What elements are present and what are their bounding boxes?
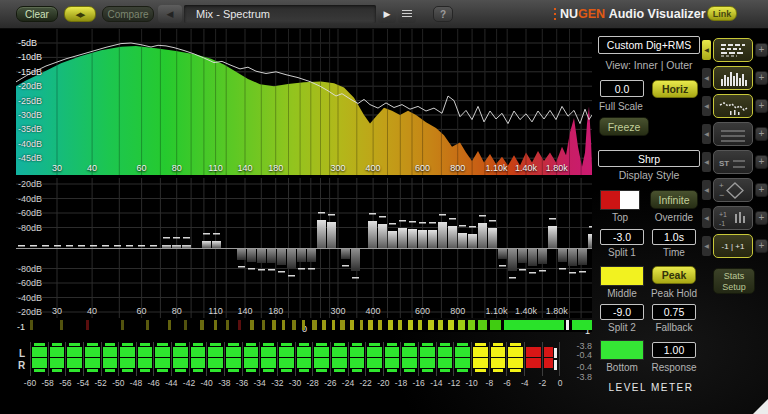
add-view-button[interactable]: + xyxy=(755,43,768,57)
add-view-button[interactable]: + xyxy=(755,183,768,197)
multi-wave-view-button[interactable] xyxy=(713,122,753,146)
strip-collapse-tab[interactable]: ◀ xyxy=(702,124,711,144)
strip-collapse-tab[interactable]: ◀ xyxy=(702,96,711,116)
view-mode-label[interactable]: View: Inner | Outer xyxy=(596,60,702,71)
meter-rms-segment xyxy=(34,343,45,346)
strip-collapse-tab[interactable]: ◀ xyxy=(702,180,711,200)
meter-right-channel-label: R xyxy=(18,361,25,371)
correlation-tick xyxy=(282,320,285,330)
spectrum-bars-view-button[interactable] xyxy=(713,66,753,90)
meter-rms-segment xyxy=(387,343,398,346)
add-view-button[interactable]: + xyxy=(755,99,768,113)
help-button[interactable]: ? xyxy=(433,6,453,22)
meter-view-button[interactable] xyxy=(713,38,753,62)
meter-rms-segment xyxy=(175,369,186,372)
meter-peak-segment xyxy=(279,358,294,368)
spectrum-db-tick-label: -5dB xyxy=(18,38,37,48)
meter-view-icon xyxy=(717,40,749,60)
stereo-wave-view-button[interactable]: ST xyxy=(713,150,753,174)
meter-scale-label: -4 xyxy=(521,379,529,388)
play-button[interactable]: ▶ xyxy=(378,5,396,23)
correlation-tick xyxy=(378,320,382,330)
meter-segment-column xyxy=(366,342,384,376)
meter-peak-segment xyxy=(402,358,417,368)
clear-button[interactable]: Clear xyxy=(16,6,58,22)
add-view-button[interactable]: + xyxy=(755,155,768,169)
strip-collapse-tab[interactable]: ◀ xyxy=(702,236,711,256)
link-button[interactable]: Link xyxy=(707,6,737,21)
display-style-selector[interactable]: Shrp xyxy=(598,150,700,167)
correlation-tick xyxy=(478,320,487,330)
meter-scale-label: -16 xyxy=(413,379,425,388)
correlation-strip: -1 0 1 xyxy=(16,320,592,332)
meter-scale-label: -32 xyxy=(271,379,283,388)
preset-prev-button[interactable]: ◀ xyxy=(158,5,182,23)
spectrum-line-view-button[interactable] xyxy=(713,94,753,118)
peak-hold-label: Peak Hold xyxy=(646,288,702,299)
meter-peak-segment xyxy=(473,347,488,357)
add-view-button[interactable]: + xyxy=(755,71,768,85)
time-input[interactable]: 1.0s xyxy=(652,229,696,245)
correlation-tick xyxy=(200,320,204,330)
add-view-button[interactable]: + xyxy=(755,127,768,141)
override-button[interactable]: Infinite xyxy=(650,190,698,209)
split2-input[interactable]: -9.0 xyxy=(600,304,644,320)
meter-rms-segment xyxy=(263,343,274,346)
horiz-button[interactable]: Horiz xyxy=(652,80,698,98)
meter-rms-segment xyxy=(157,369,168,372)
meter-mode-selector[interactable]: Custom Dig+RMS xyxy=(598,36,700,54)
top-color-swatch[interactable] xyxy=(600,190,640,210)
bottom-color-swatch[interactable] xyxy=(600,340,644,360)
stats-setup-button[interactable]: StatsSetup xyxy=(713,268,755,294)
meter-rms-segment xyxy=(422,343,433,346)
meter-scale-label: -24 xyxy=(342,379,354,388)
swap-ab-button[interactable]: ◀▶ xyxy=(64,6,96,22)
meter-peak-segment xyxy=(455,347,470,357)
meter-rms-segment xyxy=(193,369,204,372)
peak-meter-view-button[interactable]: +1 -1 xyxy=(713,206,753,230)
meter-rms-segment xyxy=(404,343,415,346)
meter-scale-label: -2 xyxy=(539,379,547,388)
correlation-tick xyxy=(184,320,187,330)
strip-collapse-tab[interactable]: ◀ xyxy=(702,68,711,88)
meter-peak-segment xyxy=(120,347,135,357)
meter-rms-segment xyxy=(140,343,151,346)
compare-button[interactable]: Compare xyxy=(102,6,154,22)
preset-list-button[interactable] xyxy=(398,5,416,23)
split-freq-tick-label: 110 xyxy=(208,306,222,316)
meter-readout: -3.8 xyxy=(562,372,592,382)
meter-segment-column xyxy=(349,342,367,376)
preset-dropdown[interactable]: Mix - Spectrum xyxy=(184,5,376,23)
svg-text:−: − xyxy=(719,190,724,200)
strip-collapse-tab[interactable]: ◀ xyxy=(702,208,711,228)
meter-scale-label: -28 xyxy=(307,379,319,388)
response-input[interactable]: 1.00 xyxy=(652,342,696,358)
meter-peak-segment xyxy=(332,347,347,357)
meter-rms-segment xyxy=(157,343,168,346)
split-db-tick-label: -40dB xyxy=(18,293,42,303)
fallback-input[interactable]: 0.75 xyxy=(652,304,696,320)
meter-rms-segment xyxy=(457,343,468,346)
spectrum-db-tick-label: -30dB xyxy=(18,110,42,120)
meter-rms-segment xyxy=(228,343,239,346)
peak-button[interactable]: Peak xyxy=(652,266,696,284)
freeze-button[interactable]: Freeze xyxy=(599,117,649,136)
peak-meter-view-icon: +1 -1 xyxy=(717,208,749,228)
correlation-tick xyxy=(168,320,171,330)
add-view-button[interactable]: + xyxy=(755,239,768,253)
correlation-tick xyxy=(408,320,413,330)
strip-collapse-tab[interactable]: ◀ xyxy=(702,40,711,60)
meter-rms-segment xyxy=(316,369,327,372)
add-view-button[interactable]: + xyxy=(755,211,768,225)
balance-view-button[interactable]: -1 | +1 xyxy=(713,234,753,258)
meter-peak-segment xyxy=(350,358,365,368)
middle-color-swatch[interactable] xyxy=(600,266,644,286)
correlation-tick xyxy=(448,320,454,330)
vectorscope-view-button[interactable]: + − xyxy=(713,178,753,202)
spectrum-bars-view-icon xyxy=(717,68,749,88)
meter-rms-segment xyxy=(404,369,415,372)
spectrum-display: -5dB-10dB-15dB-20dB-25dB-30dB-35dB-40dB-… xyxy=(16,29,592,175)
split1-input[interactable]: -3.0 xyxy=(600,229,644,245)
strip-collapse-tab[interactable]: ◀ xyxy=(702,152,711,172)
full-scale-input[interactable]: 0.0 xyxy=(600,80,644,97)
